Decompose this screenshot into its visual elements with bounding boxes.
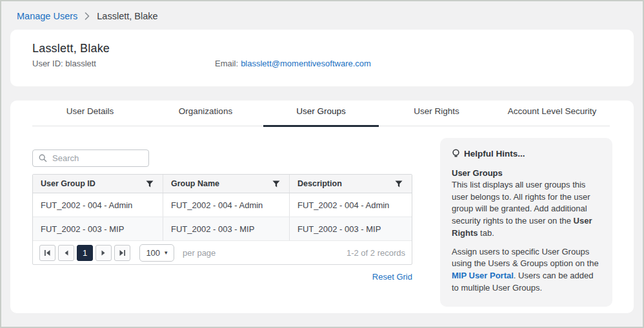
breadcrumb: Manage Users Lasslett, Blake <box>1 1 643 30</box>
tab-account-level-security[interactable]: Account Level Security <box>494 101 610 127</box>
search-input[interactable] <box>52 153 143 163</box>
cell-user-group-id: FUT_2002 - 004 - Admin <box>33 193 163 217</box>
reset-grid-link[interactable]: Reset Grid <box>372 272 412 282</box>
column-header-label: User Group ID <box>41 179 96 188</box>
hints-paragraph-2: Assign users to specific User Groups usi… <box>452 246 601 294</box>
filter-icon[interactable] <box>394 179 404 189</box>
table-row[interactable]: FUT_2002 - 004 - Admin FUT_2002 - 004 - … <box>33 193 412 217</box>
table-row[interactable]: FUT_2002 - 003 - MIP FUT_2002 - 003 - MI… <box>33 217 412 241</box>
hints-p1-text: tab. <box>478 228 494 238</box>
user-detail-card: User Details Organizations User Groups U… <box>10 101 634 313</box>
user-groups-table: User Group ID Group Name D <box>32 174 412 265</box>
tab-bar: User Details Organizations User Groups U… <box>32 101 610 126</box>
tab-user-details[interactable]: User Details <box>32 101 148 127</box>
cell-group-name: FUT_2002 - 003 - MIP <box>163 217 289 240</box>
reset-grid-row: Reset Grid <box>32 271 412 282</box>
hints-column: Helpful Hints... User Groups This list d… <box>440 138 612 307</box>
breadcrumb-manage-users-link[interactable]: Manage Users <box>17 11 77 21</box>
page-size-value: 100 <box>146 248 160 258</box>
search-icon <box>39 154 47 162</box>
records-summary: 1-2 of 2 records <box>347 248 405 258</box>
email-label: Email: <box>215 59 238 68</box>
column-header-description: Description <box>289 175 412 193</box>
cell-description: FUT_2002 - 004 - Admin <box>289 193 412 217</box>
hints-paragraph-1: This list displays all user groups this … <box>452 179 601 240</box>
user-header-card: Lasslett, Blake User ID: blasslett Email… <box>10 30 634 86</box>
first-page-button[interactable] <box>39 245 55 261</box>
chevron-down-icon: ▾ <box>165 249 168 256</box>
column-header-label: Description <box>297 179 342 188</box>
user-groups-grid-area: User Group ID Group Name D <box>32 138 412 307</box>
hints-title-row: Helpful Hints... <box>452 149 601 159</box>
column-header-label: Group Name <box>171 179 219 188</box>
table-header-row: User Group ID Group Name D <box>33 175 412 193</box>
cell-user-group-id: FUT_2002 - 003 - MIP <box>33 217 163 240</box>
previous-page-button[interactable] <box>58 245 74 261</box>
chevron-right-icon <box>85 12 90 20</box>
user-name-heading: Lasslett, Blake <box>32 42 612 55</box>
search-box <box>32 150 149 167</box>
tab-user-rights[interactable]: User Rights <box>379 101 494 127</box>
hints-title: Helpful Hints... <box>464 149 525 159</box>
hints-p1-text: This list displays all user groups this … <box>452 180 590 226</box>
user-meta-row: User ID: blasslett Email: blasslett@mome… <box>32 59 612 68</box>
pagination-bar: 1 100 ▾ per page <box>33 241 412 264</box>
mip-user-portal-link[interactable]: MIP User Portal <box>452 271 514 280</box>
user-id-text: User ID: blasslett <box>32 59 215 68</box>
per-page-label: per page <box>183 248 216 258</box>
filter-icon[interactable] <box>145 179 155 189</box>
page-size-select[interactable]: 100 ▾ <box>139 244 174 262</box>
tab-user-groups[interactable]: User Groups <box>263 101 379 127</box>
pager-buttons: 1 <box>39 245 130 261</box>
next-page-button[interactable] <box>96 245 112 261</box>
last-page-button[interactable] <box>114 245 130 261</box>
tab-content: User Group ID Group Name D <box>32 138 610 307</box>
tab-organizations[interactable]: Organizations <box>148 101 263 127</box>
column-header-user-group-id: User Group ID <box>33 175 163 193</box>
helpful-hints-panel: Helpful Hints... User Groups This list d… <box>440 138 612 307</box>
email-link[interactable]: blasslett@momentivesoftware.com <box>241 59 371 68</box>
hints-p2-text: Assign users to specific User Groups usi… <box>452 247 599 269</box>
manage-users-screen: Manage Users Lasslett, Blake Lasslett, B… <box>0 0 644 328</box>
cell-group-name: FUT_2002 - 004 - Admin <box>163 193 289 217</box>
lightbulb-icon <box>452 149 460 159</box>
breadcrumb-current-page: Lasslett, Blake <box>97 11 157 21</box>
hints-section-title: User Groups <box>452 168 601 178</box>
filter-icon[interactable] <box>271 179 281 189</box>
cell-description: FUT_2002 - 003 - MIP <box>289 217 412 240</box>
page-number-button[interactable]: 1 <box>77 245 93 261</box>
column-header-group-name: Group Name <box>163 175 289 193</box>
